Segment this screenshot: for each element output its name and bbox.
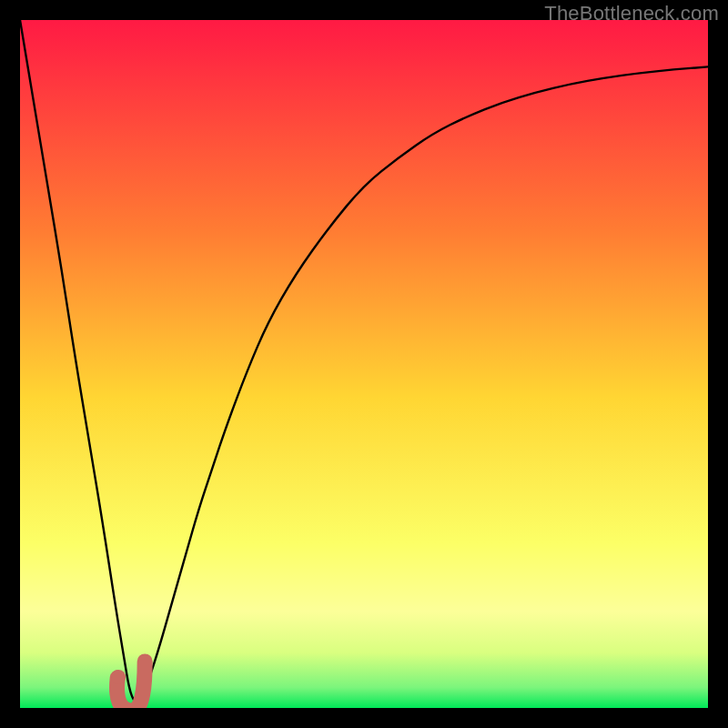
watermark-text: TheBottleneck.com — [544, 2, 719, 25]
chart-frame: TheBottleneck.com — [0, 0, 728, 728]
optimal-marker-dot — [111, 670, 126, 684]
plot-area — [20, 20, 708, 708]
gradient-background — [20, 20, 708, 708]
bottleneck-plot-svg — [20, 20, 708, 708]
